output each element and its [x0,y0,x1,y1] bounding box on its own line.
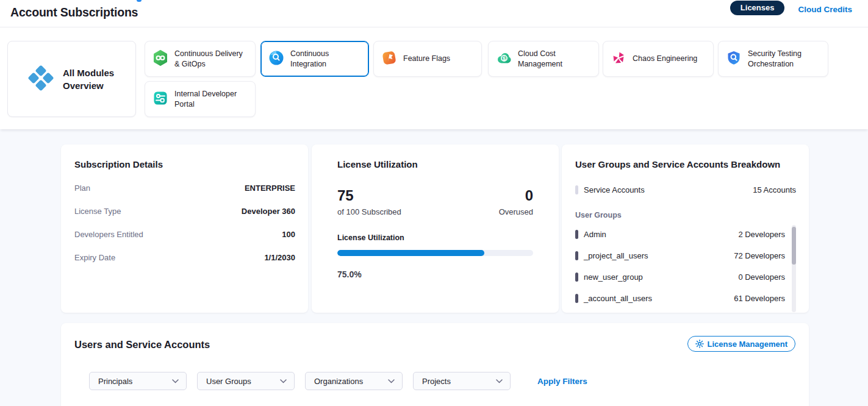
main-content: Subscription Details Plan ENTERPRISE Lic… [0,129,868,406]
user-groups-list: Admin 2 Developers _project_all_users 72… [575,229,796,303]
module-card-continuous-integration[interactable]: Continuous Integration [260,41,369,77]
header-tabs: Licenses Cloud Credits [730,0,852,18]
module-label: Chaos Engineering [633,54,697,64]
subscription-details-title: Subscription Details [74,159,295,169]
license-utilization-card: License Utilization 75 of 100 Subscribed… [312,144,559,313]
overused-block: 0 Overused [499,188,533,216]
tab-licenses[interactable]: Licenses [730,1,785,15]
group-marker [575,230,578,239]
user-group-row: _account_all_users 61 Developers [575,293,785,303]
all-modules-icon [27,64,55,94]
projects-dropdown[interactable]: Projects [413,372,511,390]
detail-row-developers-entitled: Developers Entitled 100 [74,230,295,239]
clipped-nav-fragment [137,0,142,2]
idp-icon [152,90,169,109]
chevron-down-icon [496,379,503,383]
module-card-chaos-engineering[interactable]: Chaos Engineering [603,41,714,77]
organizations-dropdown[interactable]: Organizations [305,372,403,390]
utilization-numbers: 75 of 100 Subscribed 0 Overused [337,188,533,216]
user-group-row: _project_all_users 72 Developers [575,251,785,260]
utilization-percent: 75.0% [337,269,533,279]
ci-icon [268,49,285,69]
license-utilization-title: License Utilization [337,159,533,169]
filters-row: Principals User Groups Organizations [89,372,587,390]
module-label: Feature Flags [403,54,450,64]
user-group-row: Admin 2 Developers [575,229,785,239]
page-header: Account Subscriptions Licenses Cloud Cre… [0,0,868,27]
users-service-accounts-card: Users and Service Accounts License Manag… [61,323,809,406]
gear-icon [695,340,704,348]
all-modules-overview-card[interactable]: All Modules Overview [7,41,136,117]
module-label: Continuous Delivery & GitOps [174,49,248,69]
tab-cloud-credits[interactable]: Cloud Credits [798,5,852,14]
overused-caption: Overused [499,207,533,216]
license-management-button[interactable]: License Management [687,336,796,352]
group-marker [575,294,578,303]
license-management-label: License Management [708,340,788,349]
service-accounts-row: Service Accounts 15 Accounts [575,185,796,194]
chaos-icon [610,49,627,69]
overused-count: 0 [499,188,533,204]
apply-filters-link[interactable]: Apply Filters [537,377,587,386]
service-accounts-marker [575,185,578,194]
cloud-cost-icon: $ [495,49,512,69]
module-label: Security Testing Orchestration [748,49,821,69]
progress-bar-label: License Utilization [337,233,533,242]
module-card-idp[interactable]: Internal Developer Portal [145,81,256,117]
module-selector-band: All Modules Overview Continuous Delivery… [0,27,868,129]
module-label: Internal Developer Portal [174,89,248,110]
user-group-row: new_user_group 0 Developers [575,272,785,282]
detail-row-expiry-date: Expiry Date 1/1/2030 [74,253,295,262]
used-count: 75 [337,188,401,204]
used-caption: of 100 Subscribed [337,207,401,216]
group-marker [575,251,578,260]
sto-icon [725,49,742,69]
svg-text:$: $ [503,54,506,61]
license-progress-track [337,250,533,256]
module-card-cloud-cost[interactable]: $ Cloud Cost Management [488,41,599,77]
subscription-details-card: Subscription Details Plan ENTERPRISE Lic… [61,144,308,313]
module-card-sto[interactable]: Security Testing Orchestration [718,41,828,77]
breakdown-card: User Groups and Service Accounts Breakdo… [562,144,809,313]
list-scrollbar[interactable] [792,225,796,312]
module-label: Continuous Integration [290,49,362,69]
user-groups-dropdown[interactable]: User Groups [197,372,295,390]
chevron-down-icon [280,379,287,383]
user-groups-heading: User Groups [575,211,796,219]
principals-dropdown[interactable]: Principals [89,372,187,390]
scrollbar-thumb[interactable] [792,227,796,265]
module-card-feature-flags[interactable]: Feature Flags [373,41,482,77]
cd-gitops-icon [152,49,169,69]
module-label: Cloud Cost Management [518,49,592,69]
feature-flags-icon [381,49,398,69]
used-block: 75 of 100 Subscribed [337,188,401,216]
chevron-down-icon [172,379,179,383]
detail-row-license-type: License Type Developer 360 [74,207,295,216]
group-marker [575,272,578,282]
breakdown-title: User Groups and Service Accounts Breakdo… [575,159,796,169]
page-title: Account Subscriptions [10,5,138,20]
all-modules-overview-label: All Modules Overview [63,66,124,92]
license-progress-fill [337,250,484,256]
account-subscriptions-page: Account Subscriptions Licenses Cloud Cre… [0,0,868,406]
chevron-down-icon [388,379,395,383]
detail-row-plan: Plan ENTERPRISE [74,183,295,193]
module-card-cd-gitops[interactable]: Continuous Delivery & GitOps [145,41,256,77]
